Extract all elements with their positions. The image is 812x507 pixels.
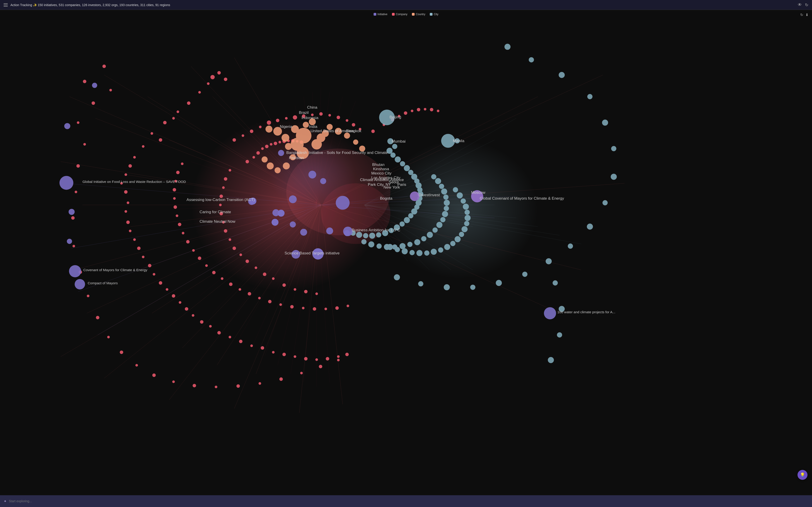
svg-point-155	[265, 145, 268, 148]
svg-point-158	[278, 141, 281, 143]
svg-point-193	[192, 249, 195, 252]
svg-point-298	[400, 161, 405, 166]
menu-button[interactable]	[4, 3, 8, 7]
svg-point-93	[187, 101, 190, 105]
svg-point-276	[285, 143, 292, 150]
svg-point-146	[328, 114, 331, 116]
network-canvas[interactable]: Initiative Company Country City ↻ ⬇	[0, 10, 812, 495]
svg-point-349	[461, 226, 468, 232]
svg-text:Brazil: Brazil	[299, 110, 309, 115]
svg-point-327	[444, 206, 449, 211]
svg-point-152	[252, 156, 255, 159]
company-dot	[392, 13, 395, 16]
svg-point-121	[209, 325, 212, 328]
svg-text:Science Based Targets initiati: Science Based Targets initiative	[285, 251, 340, 255]
svg-point-218	[71, 216, 74, 220]
svg-point-299	[404, 165, 410, 171]
svg-text:Assessing low-Carbon Transitio: Assessing low-Carbon Transition (ACT)	[187, 198, 255, 202]
svg-point-180	[294, 288, 296, 291]
svg-point-248	[69, 265, 81, 278]
help-fab[interactable]: 💡	[798, 470, 807, 480]
legend: Initiative Company Country City	[373, 13, 439, 16]
svg-point-357	[416, 250, 422, 256]
svg-point-343	[457, 192, 463, 199]
svg-point-188	[173, 205, 177, 209]
company-label: Company	[396, 13, 407, 16]
svg-point-194	[198, 257, 201, 260]
svg-point-223	[107, 336, 110, 338]
svg-point-281	[262, 156, 268, 163]
eye-icon[interactable]: 👁	[798, 2, 802, 7]
svg-point-283	[303, 122, 309, 128]
svg-point-139	[267, 120, 271, 125]
svg-point-260	[326, 227, 333, 234]
svg-point-97	[150, 132, 153, 135]
svg-point-164	[229, 169, 231, 172]
svg-point-386	[343, 227, 353, 236]
svg-point-275	[282, 134, 289, 142]
svg-point-175	[246, 260, 249, 263]
svg-point-379	[553, 280, 558, 286]
svg-point-251	[278, 150, 284, 156]
svg-point-247	[59, 176, 73, 190]
download-button[interactable]: ⬇	[805, 13, 808, 17]
svg-point-106	[124, 210, 127, 213]
svg-point-168	[219, 204, 221, 206]
svg-text:Bogota: Bogota	[380, 196, 392, 201]
svg-point-347	[464, 215, 470, 221]
svg-point-242	[417, 108, 420, 111]
svg-text:Bangkok: Bangkok	[346, 128, 361, 133]
svg-point-363	[529, 57, 534, 62]
svg-point-182	[315, 292, 318, 295]
legend-country: Country	[412, 13, 425, 16]
svg-text:Business Ambition for 1.5°C: Business Ambition for 1.5°C	[352, 228, 400, 232]
svg-text:Global Covenant of Mayors for : Global Covenant of Mayors for Climate & …	[479, 196, 564, 201]
search-input[interactable]	[9, 499, 808, 503]
svg-point-288	[353, 139, 358, 145]
svg-point-122	[217, 331, 221, 334]
svg-point-226	[152, 374, 156, 377]
svg-point-366	[602, 119, 608, 126]
svg-point-330	[436, 222, 443, 228]
svg-point-142	[293, 115, 297, 119]
initiative-dot	[373, 13, 376, 16]
svg-point-362	[505, 44, 511, 50]
svg-point-371	[568, 243, 573, 249]
svg-point-204	[290, 305, 294, 308]
svg-point-323	[439, 184, 444, 189]
canvas-refresh-button[interactable]: ↻	[800, 13, 803, 17]
svg-point-181	[304, 290, 307, 293]
svg-point-384	[410, 191, 419, 201]
svg-point-183	[181, 163, 183, 165]
svg-point-234	[319, 365, 322, 368]
svg-point-375	[470, 285, 475, 290]
svg-point-202	[268, 300, 271, 303]
svg-text:Manila: Manila	[453, 138, 464, 143]
svg-text:Beijing: Beijing	[390, 115, 401, 119]
svg-point-351	[454, 236, 461, 242]
svg-point-130	[304, 357, 307, 360]
svg-point-322	[435, 178, 441, 184]
svg-point-127	[272, 351, 274, 353]
svg-point-240	[404, 111, 407, 115]
svg-point-359	[402, 248, 408, 255]
svg-point-365	[587, 94, 593, 99]
svg-point-294	[392, 144, 397, 149]
svg-text:Pakistan: Pakistan	[289, 156, 304, 160]
svg-text:Kinshasa: Kinshasa	[373, 167, 389, 171]
city-dot	[430, 13, 433, 16]
refresh-icon[interactable]: ↻	[805, 2, 808, 7]
svg-point-246	[336, 196, 350, 210]
svg-point-154	[261, 147, 264, 150]
svg-text:Bangladesh: Bangladesh	[286, 150, 307, 155]
svg-point-279	[274, 167, 281, 173]
svg-point-137	[250, 129, 253, 133]
svg-point-140	[276, 119, 280, 122]
svg-point-364	[559, 72, 565, 78]
svg-point-114	[159, 281, 162, 284]
svg-point-102	[124, 173, 127, 176]
svg-point-88	[210, 75, 215, 79]
svg-point-360	[395, 247, 400, 252]
svg-point-287	[344, 133, 350, 139]
svg-point-263	[64, 123, 70, 129]
